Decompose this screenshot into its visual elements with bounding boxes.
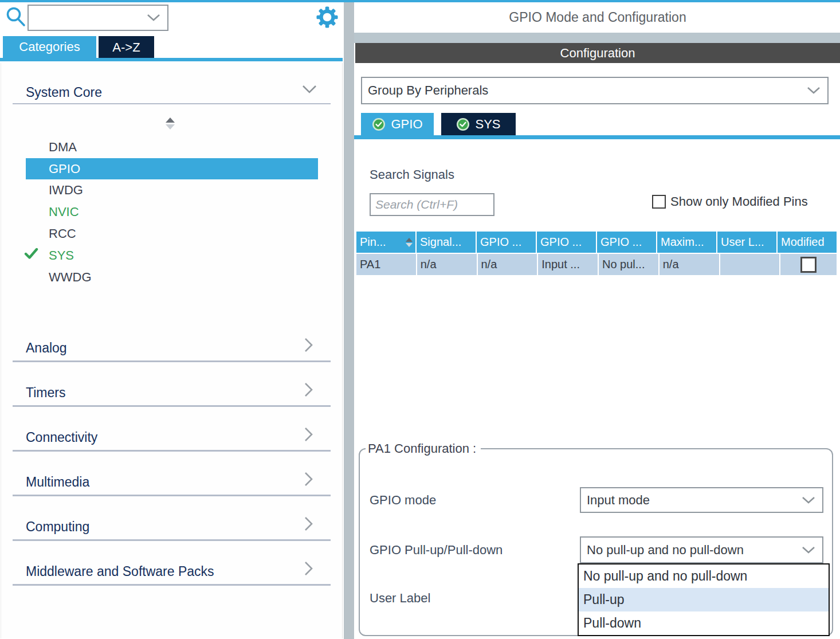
group-by-value: Group By Peripherals (368, 83, 488, 98)
user-label-label: User Label (370, 590, 430, 606)
chevron-right-icon (304, 427, 313, 442)
triangle-up-icon (166, 117, 175, 123)
gpio-pull-label: GPIO Pull-up/Pull-down (370, 542, 503, 558)
triangle-down-icon (406, 243, 413, 247)
chevron-right-icon (304, 338, 313, 352)
search-icon[interactable] (5, 6, 28, 30)
chevron-down-icon (802, 546, 815, 554)
section-analog[interactable]: Analog (26, 338, 67, 358)
section-multimedia[interactable]: Multimedia (26, 472, 89, 492)
tab-a-to-z[interactable]: A->Z (99, 36, 154, 59)
sort-icon[interactable] (406, 238, 413, 247)
section-middleware[interactable]: Middleware and Software Packs (26, 561, 214, 582)
cell-gpio-mode: Input ... (538, 254, 598, 275)
section-divider (13, 103, 331, 104)
chevron-right-icon (304, 561, 313, 576)
tab-categories-label: Categories (19, 40, 80, 54)
triangle-down-icon (166, 124, 175, 130)
signals-search-input[interactable] (370, 193, 494, 216)
configuration-section-header: Configuration (355, 43, 840, 63)
section-divider (13, 405, 331, 407)
left-tabs-underline (0, 58, 343, 61)
peripheral-search-combobox[interactable] (28, 5, 168, 31)
column-header-gpio-mode[interactable]: GPIO ... (537, 232, 596, 253)
gpio-pull-options-list: No pull-up and no pull-down Pull-up Pull… (578, 563, 830, 636)
section-divider (13, 450, 331, 452)
option-pull-down[interactable]: Pull-down (579, 611, 829, 635)
gpio-pull-value: No pull-up and no pull-down (587, 543, 744, 558)
checkmark-icon (24, 248, 39, 260)
section-divider (13, 360, 331, 362)
column-header-user-label[interactable]: User L... (717, 232, 776, 253)
table-row-pa1[interactable]: PA1 n/a n/a Input ... No pul... n/a (356, 254, 837, 275)
chevron-down-icon (147, 14, 160, 22)
list-item-gpio-label: GPIO (26, 158, 318, 179)
tab-az-label: A->Z (112, 40, 140, 55)
list-item-dma[interactable]: DMA (49, 136, 307, 158)
panel-splitter[interactable] (344, 2, 354, 639)
column-header-modified[interactable]: Modified (778, 232, 837, 253)
list-item-nvic[interactable]: NVIC (49, 201, 307, 222)
list-item-sys[interactable]: SYS (49, 245, 307, 266)
cell-pin: PA1 (356, 254, 416, 275)
peripheral-tab-gpio-label: GPIO (391, 117, 422, 132)
header-strip (354, 33, 840, 43)
cell-modified (780, 254, 837, 275)
chevron-down-icon (807, 87, 821, 95)
peripheral-tab-sys-label: SYS (475, 117, 500, 132)
option-pull-up[interactable]: Pull-up (579, 588, 829, 611)
search-signals-label: Search Signals (370, 167, 454, 183)
section-system-core[interactable]: System Core (26, 82, 102, 103)
cell-max-speed: n/a (660, 254, 719, 275)
list-item-wwdg[interactable]: WWDG (49, 266, 307, 288)
section-divider (13, 495, 331, 496)
section-computing[interactable]: Computing (26, 516, 89, 537)
section-connectivity[interactable]: Connectivity (26, 427, 97, 448)
window-top-border (0, 0, 840, 2)
stm32cubemx-pinout-config-screen: Categories A->Z System Core DMA GPIO IWD… (0, 0, 840, 639)
column-header-max-speed[interactable]: Maxim... (657, 232, 716, 253)
list-scroll-up-control[interactable] (166, 117, 175, 130)
cell-signal: n/a (417, 254, 477, 275)
option-no-pull[interactable]: No pull-up and no pull-down (579, 564, 829, 588)
chevron-right-icon (304, 382, 313, 397)
section-divider (13, 584, 331, 586)
column-header-signal[interactable]: Signal... (417, 232, 476, 253)
column-header-pin[interactable]: Pin... (356, 232, 415, 253)
gpio-mode-label: GPIO mode (370, 492, 436, 508)
show-only-modified-checkbox[interactable] (652, 195, 666, 209)
pa1-configuration-legend: PA1 Configuration : (366, 441, 481, 456)
gear-icon[interactable] (316, 6, 338, 28)
peripheral-tabs-underline (354, 135, 840, 139)
configured-check-badge-icon (372, 117, 386, 131)
chevron-right-icon (304, 472, 313, 487)
peripheral-tab-gpio[interactable]: GPIO (361, 113, 434, 135)
column-header-gpio-pull[interactable]: GPIO ... (597, 232, 656, 253)
group-by-dropdown[interactable]: Group By Peripherals (361, 77, 829, 104)
peripheral-tab-sys[interactable]: SYS (441, 113, 516, 135)
chevron-down-icon (802, 496, 815, 504)
cell-gpio-output: n/a (478, 254, 537, 275)
gpio-mode-dropdown[interactable]: Input mode (580, 487, 823, 513)
chevron-right-icon (304, 516, 313, 531)
list-item-gpio[interactable]: GPIO (26, 158, 318, 179)
page-title: GPIO Mode and Configuration (355, 6, 840, 29)
cell-gpio-pull: No pul... (599, 254, 658, 275)
section-divider (13, 539, 331, 541)
section-timers[interactable]: Timers (26, 382, 65, 403)
gpio-pull-dropdown[interactable]: No pull-up and no pull-down (580, 536, 823, 563)
table-header-row: Pin... Signal... GPIO ... GPIO ... GPIO … (356, 232, 837, 253)
column-header-pin-label: Pin... (360, 236, 386, 249)
tab-categories[interactable]: Categories (3, 36, 96, 58)
list-item-iwdg[interactable]: IWDG (49, 179, 307, 201)
list-item-rcc[interactable]: RCC (49, 223, 307, 244)
cell-user-label (720, 254, 780, 275)
modified-checkbox[interactable] (800, 257, 817, 273)
triangle-up-icon (406, 238, 413, 242)
chevron-down-icon (302, 85, 317, 94)
configured-check-badge-icon (456, 117, 470, 131)
show-only-modified-label: Show only Modified Pins (670, 194, 808, 209)
column-header-gpio-output[interactable]: GPIO ... (477, 232, 536, 253)
gpio-mode-value: Input mode (587, 493, 650, 508)
pin-config-table: Pin... Signal... GPIO ... GPIO ... GPIO … (356, 232, 837, 275)
